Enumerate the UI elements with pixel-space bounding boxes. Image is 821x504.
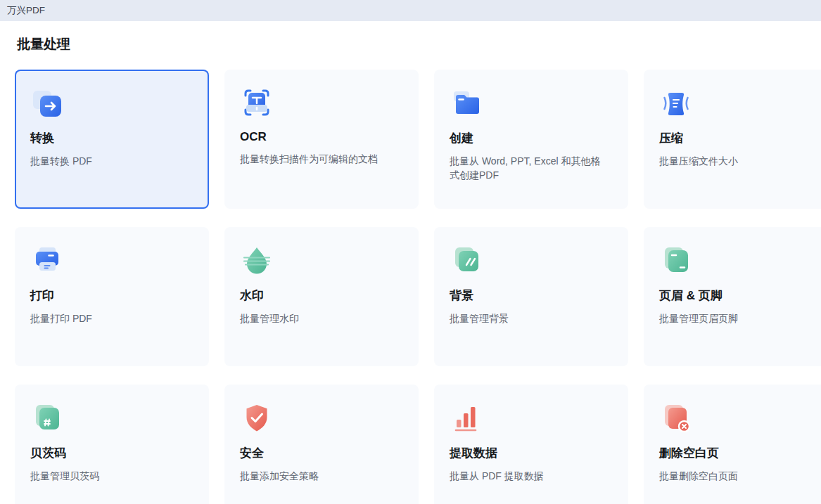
ocr-icon: [240, 86, 274, 120]
card-title: OCR: [240, 130, 403, 144]
card-description: 批量打印 PDF: [30, 311, 193, 325]
card-header-footer[interactable]: 页眉 & 页脚 批量管理页眉页脚: [644, 227, 821, 366]
card-description: 批量管理背景: [450, 311, 613, 325]
page-title: 批量处理: [17, 35, 821, 53]
card-create[interactable]: 创建 批量从 Word, PPT, Excel 和其他格式创建PDF: [434, 70, 628, 209]
security-shield-icon: [240, 401, 274, 435]
card-description: 批量压缩文件大小: [659, 154, 821, 168]
card-description: 批量从 PDF 提取数据: [450, 469, 613, 483]
card-title: 压缩: [659, 130, 821, 146]
card-title: 贝茨码: [30, 445, 193, 461]
card-title: 页眉 & 页脚: [659, 287, 821, 304]
card-convert[interactable]: 转换 批量转换 PDF: [15, 70, 209, 209]
background-icon: [450, 244, 483, 278]
card-ocr[interactable]: OCR 批量转换扫描件为可编辑的文档: [224, 70, 419, 209]
bates-number-icon: [30, 401, 64, 435]
card-extract-data[interactable]: 提取数据 批量从 PDF 提取数据: [434, 385, 628, 504]
card-title: 创建: [450, 130, 613, 146]
card-grid: 转换 批量转换 PDF OCR 批量转换扫描件为可编辑的文档 创建 批量从 Wo…: [15, 70, 821, 504]
card-description: 批量转换扫描件为可编辑的文档: [240, 152, 403, 166]
printer-icon: [30, 244, 64, 278]
batch-process-panel: 批量处理 转换 批量转换 PDF OCR 批量转换扫描件为可编辑的文档 创建 批…: [0, 21, 821, 504]
card-description: 批量管理贝茨码: [30, 469, 193, 483]
extract-data-chart-icon: [450, 401, 483, 435]
card-watermark[interactable]: 水印 批量管理水印: [224, 227, 419, 366]
card-print[interactable]: 打印 批量打印 PDF: [15, 227, 209, 366]
window-title: 万兴PDF: [7, 4, 45, 17]
card-description: 批量转换 PDF: [30, 154, 193, 168]
card-title: 提取数据: [450, 445, 613, 461]
card-description: 批量添加安全策略: [240, 469, 403, 483]
watermark-drop-icon: [240, 244, 274, 278]
card-description: 批量从 Word, PPT, Excel 和其他格式创建PDF: [450, 154, 613, 183]
card-background[interactable]: 背景 批量管理背景: [434, 227, 628, 366]
card-bates[interactable]: 贝茨码 批量管理贝茨码: [15, 385, 209, 504]
card-description: 批量管理页眉页脚: [659, 311, 821, 325]
card-title: 安全: [240, 445, 403, 461]
card-description: 批量管理水印: [240, 311, 403, 325]
convert-icon: [30, 86, 64, 120]
card-title: 转换: [30, 130, 193, 146]
card-delete-blank[interactable]: 删除空白页 批量删除空白页面: [644, 385, 821, 504]
card-security[interactable]: 安全 批量添加安全策略: [224, 385, 419, 504]
compress-icon: [659, 86, 693, 120]
window-titlebar: 万兴PDF: [0, 0, 821, 21]
card-compress[interactable]: 压缩 批量压缩文件大小: [644, 70, 821, 209]
card-title: 删除空白页: [659, 445, 821, 461]
create-folder-icon: [450, 86, 483, 120]
card-title: 背景: [450, 287, 613, 304]
card-title: 打印: [30, 287, 193, 304]
header-footer-icon: [659, 244, 693, 278]
card-title: 水印: [240, 287, 403, 304]
card-description: 批量删除空白页面: [659, 469, 821, 483]
delete-blank-page-icon: [659, 401, 693, 435]
